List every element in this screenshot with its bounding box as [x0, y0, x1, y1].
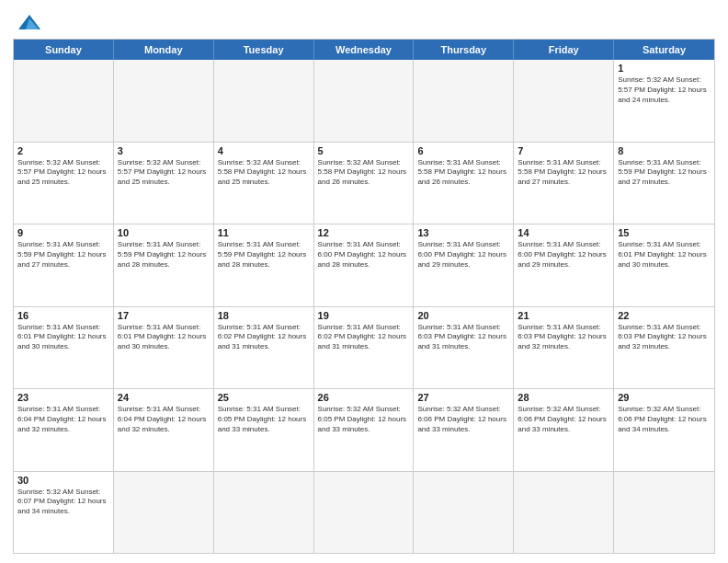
day-number: 22 [618, 310, 711, 321]
day-cell-18: 18Sunrise: 5:31 AM Sunset: 6:02 PM Dayli… [214, 307, 314, 389]
day-header-monday: Monday [114, 40, 214, 60]
day-info: Sunrise: 5:31 AM Sunset: 6:03 PM Dayligh… [618, 323, 711, 352]
calendar-header: SundayMondayTuesdayWednesdayThursdayFrid… [14, 40, 714, 60]
calendar: SundayMondayTuesdayWednesdayThursdayFrid… [13, 39, 715, 554]
day-info: Sunrise: 5:31 AM Sunset: 6:04 PM Dayligh… [17, 405, 109, 434]
empty-cell [514, 60, 614, 142]
day-cell-26: 26Sunrise: 5:32 AM Sunset: 6:05 PM Dayli… [314, 389, 415, 471]
day-cell-17: 17Sunrise: 5:31 AM Sunset: 6:01 PM Dayli… [114, 307, 214, 389]
week-row-5: 30Sunrise: 5:32 AM Sunset: 6:07 PM Dayli… [14, 472, 714, 554]
day-info: Sunrise: 5:31 AM Sunset: 5:59 PM Dayligh… [118, 240, 210, 270]
day-cell-15: 15Sunrise: 5:31 AM Sunset: 6:01 PM Dayli… [614, 224, 714, 306]
day-info: Sunrise: 5:31 AM Sunset: 6:05 PM Dayligh… [218, 405, 310, 434]
day-info: Sunrise: 5:32 AM Sunset: 5:57 PM Dayligh… [118, 158, 210, 188]
empty-cell [414, 60, 514, 142]
day-info: Sunrise: 5:32 AM Sunset: 5:57 PM Dayligh… [618, 75, 711, 105]
logo-icon [17, 13, 42, 33]
day-info: Sunrise: 5:32 AM Sunset: 5:58 PM Dayligh… [318, 158, 410, 188]
day-number: 13 [417, 227, 509, 238]
day-header-thursday: Thursday [414, 40, 514, 60]
day-cell-3: 3Sunrise: 5:32 AM Sunset: 5:57 PM Daylig… [114, 143, 214, 224]
day-cell-7: 7Sunrise: 5:31 AM Sunset: 5:58 PM Daylig… [514, 143, 614, 224]
day-cell-20: 20Sunrise: 5:31 AM Sunset: 6:03 PM Dayli… [414, 307, 514, 389]
day-number: 15 [618, 227, 711, 238]
week-row-1: 2Sunrise: 5:32 AM Sunset: 5:57 PM Daylig… [14, 143, 714, 225]
day-cell-4: 4Sunrise: 5:32 AM Sunset: 5:58 PM Daylig… [214, 143, 314, 224]
day-number: 4 [218, 145, 310, 156]
empty-cell [114, 472, 214, 554]
day-info: Sunrise: 5:32 AM Sunset: 5:57 PM Dayligh… [17, 158, 109, 188]
day-info: Sunrise: 5:31 AM Sunset: 6:01 PM Dayligh… [618, 240, 711, 270]
empty-cell [214, 60, 314, 142]
day-number: 25 [218, 392, 310, 403]
day-cell-27: 27Sunrise: 5:32 AM Sunset: 6:06 PM Dayli… [414, 389, 514, 471]
day-cell-5: 5Sunrise: 5:32 AM Sunset: 5:58 PM Daylig… [314, 143, 415, 224]
day-info: Sunrise: 5:31 AM Sunset: 6:00 PM Dayligh… [417, 240, 509, 270]
day-number: 14 [518, 227, 609, 238]
day-info: Sunrise: 5:31 AM Sunset: 6:01 PM Dayligh… [118, 323, 210, 352]
day-info: Sunrise: 5:31 AM Sunset: 6:04 PM Dayligh… [118, 405, 210, 434]
day-cell-10: 10Sunrise: 5:31 AM Sunset: 5:59 PM Dayli… [114, 224, 214, 306]
day-info: Sunrise: 5:31 AM Sunset: 6:02 PM Dayligh… [218, 323, 310, 352]
day-cell-28: 28Sunrise: 5:32 AM Sunset: 6:06 PM Dayli… [514, 389, 614, 471]
day-cell-29: 29Sunrise: 5:32 AM Sunset: 6:06 PM Dayli… [614, 389, 714, 471]
day-header-tuesday: Tuesday [214, 40, 314, 60]
empty-cell [14, 60, 114, 142]
day-number: 27 [417, 392, 509, 403]
day-number: 28 [518, 392, 609, 403]
day-number: 21 [518, 310, 609, 321]
day-info: Sunrise: 5:31 AM Sunset: 5:59 PM Dayligh… [17, 240, 109, 270]
day-cell-21: 21Sunrise: 5:31 AM Sunset: 6:03 PM Dayli… [514, 307, 614, 389]
day-info: Sunrise: 5:31 AM Sunset: 6:03 PM Dayligh… [518, 323, 609, 352]
day-cell-9: 9Sunrise: 5:31 AM Sunset: 5:59 PM Daylig… [14, 224, 114, 306]
day-number: 20 [417, 310, 509, 321]
day-number: 6 [417, 145, 509, 156]
calendar-body: 1Sunrise: 5:32 AM Sunset: 5:57 PM Daylig… [14, 60, 714, 553]
day-cell-25: 25Sunrise: 5:31 AM Sunset: 6:05 PM Dayli… [214, 389, 314, 471]
day-number: 1 [618, 63, 711, 74]
day-info: Sunrise: 5:31 AM Sunset: 6:01 PM Dayligh… [17, 323, 109, 352]
day-number: 12 [318, 227, 410, 238]
empty-cell [514, 472, 614, 554]
day-cell-11: 11Sunrise: 5:31 AM Sunset: 5:59 PM Dayli… [214, 224, 314, 306]
day-number: 5 [318, 145, 410, 156]
day-info: Sunrise: 5:32 AM Sunset: 6:07 PM Dayligh… [17, 488, 109, 517]
day-cell-16: 16Sunrise: 5:31 AM Sunset: 6:01 PM Dayli… [14, 307, 114, 389]
day-info: Sunrise: 5:32 AM Sunset: 6:06 PM Dayligh… [518, 405, 609, 434]
day-cell-8: 8Sunrise: 5:31 AM Sunset: 5:59 PM Daylig… [614, 143, 714, 224]
day-info: Sunrise: 5:31 AM Sunset: 5:59 PM Dayligh… [618, 158, 711, 188]
day-number: 18 [218, 310, 310, 321]
day-number: 17 [118, 310, 210, 321]
day-cell-1: 1Sunrise: 5:32 AM Sunset: 5:57 PM Daylig… [614, 60, 714, 142]
day-info: Sunrise: 5:31 AM Sunset: 6:03 PM Dayligh… [417, 323, 509, 352]
day-cell-12: 12Sunrise: 5:31 AM Sunset: 6:00 PM Dayli… [314, 224, 415, 306]
day-number: 11 [218, 227, 310, 238]
empty-cell [214, 472, 314, 554]
header [13, 9, 715, 33]
day-cell-6: 6Sunrise: 5:31 AM Sunset: 5:58 PM Daylig… [414, 143, 514, 224]
week-row-2: 9Sunrise: 5:31 AM Sunset: 5:59 PM Daylig… [14, 224, 714, 307]
day-info: Sunrise: 5:32 AM Sunset: 6:06 PM Dayligh… [417, 405, 509, 434]
empty-cell [314, 472, 415, 554]
day-info: Sunrise: 5:31 AM Sunset: 6:00 PM Dayligh… [318, 240, 410, 270]
day-cell-30: 30Sunrise: 5:32 AM Sunset: 6:07 PM Dayli… [14, 472, 114, 554]
day-cell-23: 23Sunrise: 5:31 AM Sunset: 6:04 PM Dayli… [14, 389, 114, 471]
day-number: 23 [17, 392, 109, 403]
day-header-friday: Friday [514, 40, 614, 60]
day-cell-2: 2Sunrise: 5:32 AM Sunset: 5:57 PM Daylig… [14, 143, 114, 224]
empty-cell [414, 472, 514, 554]
logo [13, 9, 42, 33]
day-info: Sunrise: 5:31 AM Sunset: 5:58 PM Dayligh… [417, 158, 509, 188]
day-info: Sunrise: 5:32 AM Sunset: 5:58 PM Dayligh… [218, 158, 310, 188]
empty-cell [114, 60, 214, 142]
day-number: 10 [118, 227, 210, 238]
day-number: 29 [618, 392, 711, 403]
day-number: 2 [17, 145, 109, 156]
day-cell-14: 14Sunrise: 5:31 AM Sunset: 6:00 PM Dayli… [514, 224, 614, 306]
day-number: 26 [318, 392, 410, 403]
day-info: Sunrise: 5:32 AM Sunset: 6:05 PM Dayligh… [318, 405, 410, 434]
day-cell-24: 24Sunrise: 5:31 AM Sunset: 6:04 PM Dayli… [114, 389, 214, 471]
day-header-wednesday: Wednesday [314, 40, 415, 60]
week-row-0: 1Sunrise: 5:32 AM Sunset: 5:57 PM Daylig… [14, 60, 714, 143]
day-cell-19: 19Sunrise: 5:31 AM Sunset: 6:02 PM Dayli… [314, 307, 415, 389]
